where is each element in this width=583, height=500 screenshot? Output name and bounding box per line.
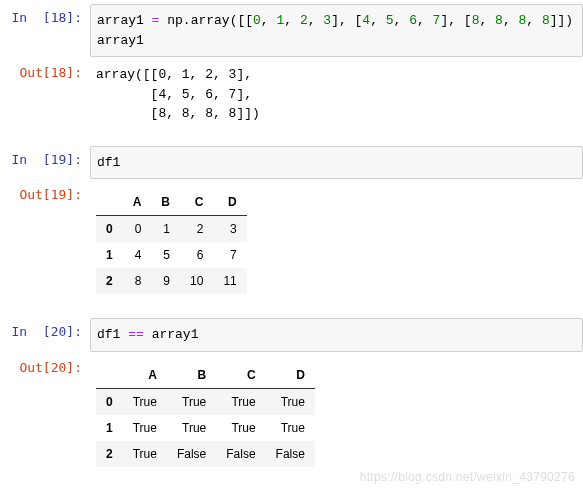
- df-cell: 7: [213, 242, 246, 268]
- dataframe-table-19: ABCD00123145672891011: [96, 189, 247, 294]
- sep: ], [: [331, 13, 362, 28]
- cell-18-input: In [18]: array1 = np.array([[0, 1, 2, 3]…: [0, 4, 583, 57]
- df-cell: 8: [123, 268, 152, 294]
- df-cell: 5: [151, 242, 180, 268]
- df-cell: 11: [213, 268, 246, 294]
- comma: ,: [370, 13, 386, 28]
- out-prompt-18: Out[18]:: [0, 59, 90, 80]
- df-cell: True: [167, 415, 216, 441]
- table-row: 00123: [96, 216, 247, 243]
- cell-20-input: In [20]: df1 == array1: [0, 318, 583, 352]
- df-cell: 6: [180, 242, 213, 268]
- df-col-header: B: [151, 189, 180, 216]
- out-prompt-19: Out[19]:: [0, 181, 90, 202]
- comma: ,: [503, 13, 519, 28]
- in-prompt-18: In [18]:: [0, 4, 90, 25]
- df-row-index: 0: [96, 216, 123, 243]
- watermark-text: https://blog.csdn.net/weixin_43790276: [360, 470, 575, 481]
- df-cell: 9: [151, 268, 180, 294]
- df-cell: 1: [151, 216, 180, 243]
- code-var: array1: [97, 13, 152, 28]
- df-output-19: ABCD00123145672891011: [90, 181, 583, 302]
- df-cell: True: [216, 388, 265, 415]
- df-col-header: C: [216, 362, 265, 389]
- df-cell: 10: [180, 268, 213, 294]
- table-row: 1TrueTrueTrueTrue: [96, 415, 315, 441]
- code-line2: array1: [97, 33, 144, 48]
- df-cell: True: [123, 388, 167, 415]
- comma: ,: [284, 13, 300, 28]
- df-corner: [96, 189, 123, 216]
- df-cell: 4: [123, 242, 152, 268]
- eq-eq-op: ==: [128, 327, 144, 342]
- table-row: 14567: [96, 242, 247, 268]
- df-cell: True: [123, 415, 167, 441]
- in-prompt-19: In [19]:: [0, 146, 90, 167]
- code-var-df1: df1: [97, 155, 120, 170]
- df-cell: True: [167, 388, 216, 415]
- code-var-array1: array1: [144, 327, 199, 342]
- sep: ], [: [440, 13, 471, 28]
- cell-18-output: Out[18]: array([[0, 1, 2, 3], [4, 5, 6, …: [0, 59, 583, 130]
- table-row: 2891011: [96, 268, 247, 294]
- num-literal: 6: [409, 13, 417, 28]
- num-literal: 2: [300, 13, 308, 28]
- df-cell: True: [266, 388, 315, 415]
- cell-20-output: Out[20]: ABCD0TrueTrueTrueTrue1TrueTrueT…: [0, 354, 583, 475]
- df-row-index: 1: [96, 415, 123, 441]
- df-cell: 0: [123, 216, 152, 243]
- table-row: 2TrueFalseFalseFalse: [96, 441, 315, 467]
- code-input-20[interactable]: df1 == array1: [90, 318, 583, 352]
- df-row-index: 2: [96, 441, 123, 467]
- df-cell: False: [167, 441, 216, 467]
- df-corner: [96, 362, 123, 389]
- comma: ,: [479, 13, 495, 28]
- comma: ,: [526, 13, 542, 28]
- comma: ,: [261, 13, 277, 28]
- code-var-df1: df1: [97, 327, 128, 342]
- df-row-index: 1: [96, 242, 123, 268]
- df-cell: False: [266, 441, 315, 467]
- code-input-19[interactable]: df1: [90, 146, 583, 180]
- table-row: 0TrueTrueTrueTrue: [96, 388, 315, 415]
- comma: ,: [394, 13, 410, 28]
- dataframe-table-20: ABCD0TrueTrueTrueTrue1TrueTrueTrueTrue2T…: [96, 362, 315, 467]
- num-literal: 8: [495, 13, 503, 28]
- df-row-index: 0: [96, 388, 123, 415]
- num-literal: 0: [253, 13, 261, 28]
- np-array-call: np.array([[: [159, 13, 253, 28]
- df-col-header: D: [213, 189, 246, 216]
- df-cell: False: [216, 441, 265, 467]
- close: ]]): [550, 13, 573, 28]
- comma: ,: [308, 13, 324, 28]
- code-input-18[interactable]: array1 = np.array([[0, 1, 2, 3], [4, 5, …: [90, 4, 583, 57]
- cell-19-output: Out[19]: ABCD00123145672891011: [0, 181, 583, 302]
- comma: ,: [417, 13, 433, 28]
- in-prompt-20: In [20]:: [0, 318, 90, 339]
- df-col-header: A: [123, 189, 152, 216]
- out-prompt-20: Out[20]:: [0, 354, 90, 375]
- num-literal: 5: [386, 13, 394, 28]
- df-col-header: D: [266, 362, 315, 389]
- df-cell: True: [123, 441, 167, 467]
- df-row-index: 2: [96, 268, 123, 294]
- df-cell: True: [216, 415, 265, 441]
- df-col-header: C: [180, 189, 213, 216]
- df-cell: True: [266, 415, 315, 441]
- array-output-18: array([[0, 1, 2, 3], [4, 5, 6, 7], [8, 8…: [90, 59, 266, 130]
- df-col-header: B: [167, 362, 216, 389]
- num-literal: 4: [362, 13, 370, 28]
- df-cell: 3: [213, 216, 246, 243]
- cell-19-input: In [19]: df1: [0, 146, 583, 180]
- df-cell: 2: [180, 216, 213, 243]
- df-output-20: ABCD0TrueTrueTrueTrue1TrueTrueTrueTrue2T…: [90, 354, 583, 475]
- df-col-header: A: [123, 362, 167, 389]
- num-literal: 3: [323, 13, 331, 28]
- num-literal: 8: [542, 13, 550, 28]
